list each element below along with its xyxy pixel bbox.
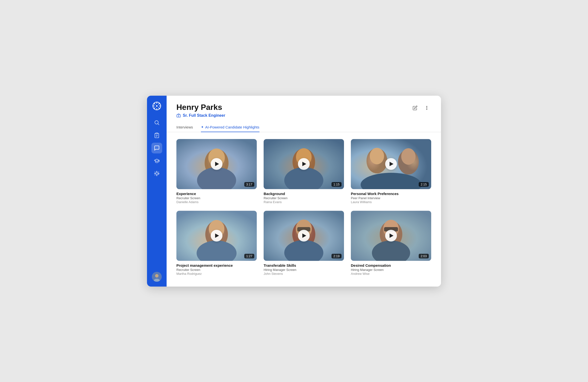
svg-point-23 xyxy=(426,109,427,110)
video-interviewer-2: Raina Evans xyxy=(264,200,344,204)
app-window: Henry Parks Sr. Full Stack Engineer xyxy=(147,96,441,286)
video-duration-2: 1:15 xyxy=(332,182,341,187)
svg-point-22 xyxy=(426,107,427,108)
video-card-3[interactable]: 2:15 Personal Work Preferences Peer Pane… xyxy=(351,139,431,204)
video-info-3: Personal Work Preferences Peer Panel Int… xyxy=(351,191,431,204)
user-avatar[interactable] xyxy=(152,272,162,282)
candidate-role-text: Sr. Full Stack Engineer xyxy=(183,113,225,118)
video-card-6[interactable]: 2:03 Desired Compensation Hiring Manager… xyxy=(351,211,431,276)
video-title-5: Transferable Skills xyxy=(264,263,344,267)
video-info-1: Experience Recruiter Screen Danielle Ada… xyxy=(176,191,257,204)
video-info-6: Desired Compensation Hiring Manager Scre… xyxy=(351,263,431,276)
video-info-4: Project management experience Recruiter … xyxy=(176,263,257,276)
svg-point-21 xyxy=(426,106,427,107)
video-duration-3: 2:15 xyxy=(419,182,429,187)
svg-line-7 xyxy=(159,108,160,109)
video-title-6: Desired Compensation xyxy=(351,263,431,267)
video-thumb-1[interactable]: 3:17 xyxy=(176,139,257,189)
svg-point-1 xyxy=(156,105,158,107)
edit-button[interactable] xyxy=(411,103,420,112)
video-card-2[interactable]: 1:15 Background Recruiter Screen Raina E… xyxy=(264,139,344,204)
briefcase-icon xyxy=(176,113,181,118)
video-thumb-2[interactable]: 1:15 xyxy=(264,139,344,189)
video-info-2: Background Recruiter Screen Raina Evans xyxy=(264,191,344,204)
candidate-name: Henry Parks xyxy=(176,103,411,112)
header-actions xyxy=(411,103,431,112)
svg-point-36 xyxy=(401,148,416,165)
sidebar-item-chat[interactable] xyxy=(151,143,162,153)
video-interviewer-1: Danielle Adams xyxy=(176,200,257,204)
video-source-5: Hiring Manager Screen xyxy=(264,268,344,272)
video-duration-5: 2:19 xyxy=(332,254,341,258)
tab-interviews-label: Interviews xyxy=(176,125,193,129)
header: Henry Parks Sr. Full Stack Engineer xyxy=(167,96,441,118)
header-left: Henry Parks Sr. Full Stack Engineer xyxy=(176,103,411,118)
svg-line-8 xyxy=(159,103,160,104)
sidebar-item-search[interactable] xyxy=(151,117,162,128)
video-duration-1: 3:17 xyxy=(244,182,254,187)
video-source-2: Recruiter Screen xyxy=(264,196,344,200)
video-card-5[interactable]: 2:19 Transferable Skills Hiring Manager … xyxy=(264,211,344,276)
sidebar-item-clipboard[interactable] xyxy=(151,130,162,141)
video-thumb-3[interactable]: 2:15 xyxy=(351,139,431,189)
video-title-4: Project management experience xyxy=(176,263,257,267)
play-button-2[interactable] xyxy=(298,158,310,170)
app-logo[interactable] xyxy=(151,101,162,111)
svg-line-9 xyxy=(154,108,155,109)
video-duration-6: 2:03 xyxy=(419,254,429,258)
play-button-1[interactable] xyxy=(211,158,222,170)
more-options-button[interactable] xyxy=(422,103,431,112)
video-grid: 3:17 Experience Recruiter Screen Daniell… xyxy=(167,132,441,283)
video-source-1: Recruiter Screen xyxy=(176,196,257,200)
video-thumb-4[interactable]: 1:27 xyxy=(176,211,257,261)
tabs: Interviews ✦ AI-Powered Candidate Highli… xyxy=(167,123,441,132)
svg-line-11 xyxy=(158,124,159,125)
video-thumb-6[interactable]: 2:03 xyxy=(351,211,431,261)
video-title-3: Personal Work Preferences xyxy=(351,191,431,196)
more-vertical-icon xyxy=(424,105,429,110)
play-button-5[interactable] xyxy=(298,230,310,242)
video-interviewer-6: Andrew Wise xyxy=(351,272,431,276)
tab-interviews[interactable]: Interviews xyxy=(176,123,193,132)
play-button-6[interactable] xyxy=(385,230,397,242)
video-title-1: Experience xyxy=(176,191,257,196)
video-card-4[interactable]: 1:27 Project management experience Recru… xyxy=(176,211,257,276)
sidebar-item-sparkle[interactable] xyxy=(151,168,162,179)
video-source-3: Peer Panel Interview xyxy=(351,196,431,200)
video-source-4: Recruiter Screen xyxy=(176,268,257,272)
video-interviewer-4: Martha Rodriguez xyxy=(176,272,257,276)
svg-rect-12 xyxy=(156,133,158,134)
video-title-2: Background xyxy=(264,191,344,196)
play-button-3[interactable] xyxy=(385,158,397,170)
svg-line-6 xyxy=(154,103,155,104)
sidebar xyxy=(147,96,167,286)
video-interviewer-3: Laura Williams xyxy=(351,200,431,204)
tab-ai-highlights[interactable]: ✦ AI-Powered Candidate Highlights xyxy=(201,123,259,132)
tab-ai-highlights-label: AI-Powered Candidate Highlights xyxy=(205,125,259,129)
play-button-4[interactable] xyxy=(211,230,222,242)
ai-sparkle-icon: ✦ xyxy=(201,125,204,129)
video-source-6: Hiring Manager Screen xyxy=(351,268,431,272)
svg-point-16 xyxy=(155,274,159,278)
video-card-1[interactable]: 3:17 Experience Recruiter Screen Daniell… xyxy=(176,139,257,204)
video-duration-4: 1:27 xyxy=(244,254,254,258)
sidebar-item-graduation[interactable] xyxy=(151,155,162,166)
video-info-5: Transferable Skills Hiring Manager Scree… xyxy=(264,263,344,276)
video-thumb-5[interactable]: 2:19 xyxy=(264,211,344,261)
video-interviewer-5: John Stevens xyxy=(264,272,344,276)
main-content: Henry Parks Sr. Full Stack Engineer xyxy=(167,96,441,286)
candidate-role: Sr. Full Stack Engineer xyxy=(176,113,411,118)
svg-point-34 xyxy=(370,148,384,164)
pencil-icon xyxy=(413,105,418,110)
